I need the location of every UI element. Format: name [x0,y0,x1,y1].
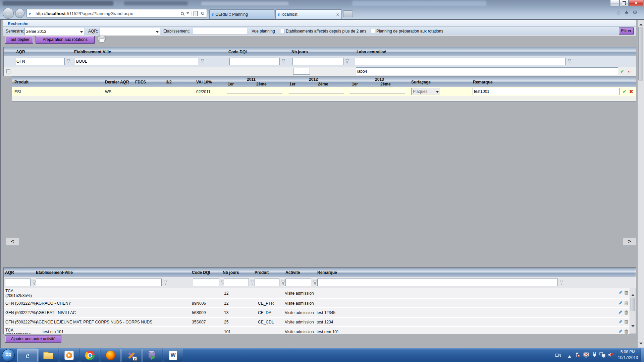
delete-icon[interactable] [624,290,629,297]
filter-funnel-icon[interactable] [559,280,564,286]
edit-icon[interactable] [618,310,623,316]
produit-row-esl[interactable]: ESL WS 02/2011 Plaques ✔ ✖ [12,87,636,96]
filter-etablissement-input[interactable] [75,58,199,65]
scroll-left-button[interactable]: < [6,238,19,245]
url-text[interactable]: http://localhost:51152/Pages/PlanningGra… [36,11,133,16]
scroll-down-icon[interactable] [631,325,635,329]
filter-funnel-icon[interactable] [313,280,317,286]
scrollbar-thumb[interactable] [638,27,643,80]
confirm-icon[interactable]: ✔ [620,69,624,74]
edit-icon[interactable] [618,329,623,334]
delete-icon[interactable] [624,310,629,316]
remarque-input[interactable] [473,88,620,95]
tab-close-icon[interactable]: x [336,12,339,17]
taskbar-internet-explorer[interactable]: e [17,349,38,362]
delete-icon[interactable] [624,329,629,334]
scroll-up-icon[interactable] [639,22,643,25]
filter-nb-jours-input[interactable] [224,279,249,286]
action-center-flag-icon[interactable] [575,352,581,359]
taskbar-media-player[interactable] [59,349,79,362]
volume-muted-icon[interactable] [608,352,614,359]
favorites-star-icon[interactable]: ★ [624,9,629,17]
filter-funnel-icon[interactable] [281,280,285,286]
table-row[interactable]: GFN (5002227%) AGENCE LEJEUNE MAT. PREF … [4,318,629,326]
tray-expand-icon[interactable] [568,354,571,358]
taskbar-explorer[interactable] [38,349,58,362]
etablissement-input[interactable] [193,28,247,35]
activity-table-scrollbar[interactable] [630,288,636,334]
taskbar-chrome[interactable] [80,349,100,362]
clock[interactable]: 5:08 PM 10/17/2013 [616,349,639,361]
filter-etablissement-input[interactable] [36,279,162,286]
search-icon[interactable] [180,11,185,17]
monitor-error-icon[interactable] [583,352,589,359]
filter-produit-input[interactable] [255,279,279,286]
delete-icon[interactable] [624,301,629,307]
semester-slot-2012[interactable] [289,89,344,94]
tout-deplier-button[interactable]: Tout deplier [5,36,33,44]
page-scrollbar[interactable] [637,20,644,348]
checkbox-planning-preparation[interactable] [371,29,375,33]
start-button[interactable] [2,349,15,362]
filter-aqr-input[interactable] [5,279,31,286]
table-row[interactable]: GFN (5002227%) AGRACO - CHENY 89N006 12 … [4,299,629,307]
network-icon[interactable] [599,352,605,359]
language-indicator[interactable]: EN [555,353,561,358]
table-row[interactable]: TCA (206152535%) 12 Visite admission [4,288,629,298]
filter-funnel-icon[interactable] [66,59,70,65]
scrollbar-thumb[interactable] [631,298,635,311]
surfacage-select[interactable]: Plaques [411,88,440,95]
minimize-button[interactable]: — [610,0,619,6]
scroll-down-icon[interactable] [639,343,643,346]
settings-gear-icon[interactable]: ⚙ [633,9,638,17]
forward-button[interactable]: → [15,9,24,18]
home-icon[interactable]: ⌂ [617,9,621,17]
filtrer-button[interactable]: Filtrer [619,27,634,35]
cancel-icon[interactable]: ✖ [629,89,633,94]
close-button[interactable]: x [629,0,643,6]
preparation-rotations-button[interactable]: Préparation aux rotations [36,36,95,44]
aqr-select[interactable] [100,28,160,35]
semestre-select[interactable]: 2eme 2013 [24,28,84,35]
filter-code-dqi-input[interactable] [193,279,219,286]
filter-labo-input[interactable] [355,58,566,65]
semester-slot-2013[interactable] [350,89,405,94]
taskbar-visual-studio[interactable]: 9 [121,349,142,362]
delete-icon[interactable] [624,319,629,326]
filter-funnel-icon[interactable] [568,59,572,65]
taskbar-sql-management[interactable] [142,349,162,362]
edit-icon[interactable] [618,301,623,307]
taskbar-word[interactable]: W [163,349,183,362]
filter-funnel-icon[interactable] [281,59,285,65]
tab-cerib-planning[interactable]: e CERIB :: Planning [209,9,274,19]
compatibility-view-icon[interactable] [194,11,198,16]
search-dropdown-icon[interactable] [186,12,189,15]
edit-icon[interactable] [618,290,623,297]
restore-button[interactable] [620,0,629,6]
filter-nb-jours-input[interactable] [292,58,343,65]
undo-arrow-icon[interactable]: ← [627,69,633,73]
address-bar[interactable]: e http://localhost:51152/Pages/PlanningG… [26,9,207,18]
taskbar-firefox[interactable] [101,349,121,362]
collapse-row-button[interactable]: − [6,69,10,73]
confirm-icon[interactable]: ✔ [623,89,627,94]
labo-edit-input[interactable] [356,67,618,75]
show-desktop-button[interactable] [641,348,644,362]
back-button[interactable]: ← [3,8,14,19]
power-plug-icon[interactable] [592,352,597,359]
semester-slot-2011[interactable] [227,89,282,94]
new-tab-button[interactable] [343,10,353,17]
table-row[interactable]: TCA (206152535%) test eta 101 101 Visite… [4,327,629,334]
tab-localhost[interactable]: e localhost x [275,9,342,19]
ajouter-activite-button[interactable]: Ajouter une autre activité [5,335,61,343]
filter-activite-input[interactable] [285,279,311,286]
filter-funnel-icon[interactable] [345,59,349,65]
checkbox-etablissements-2ans[interactable] [280,29,284,33]
filter-remarque-input[interactable] [317,279,558,286]
refresh-icon[interactable]: ↻ [201,11,205,16]
filter-aqr-input[interactable] [15,58,65,65]
edit-icon[interactable] [618,319,623,326]
filter-funnel-icon[interactable] [251,280,255,286]
filter-funnel-icon[interactable] [163,280,167,286]
nb-jours-edit-input[interactable] [293,68,310,75]
